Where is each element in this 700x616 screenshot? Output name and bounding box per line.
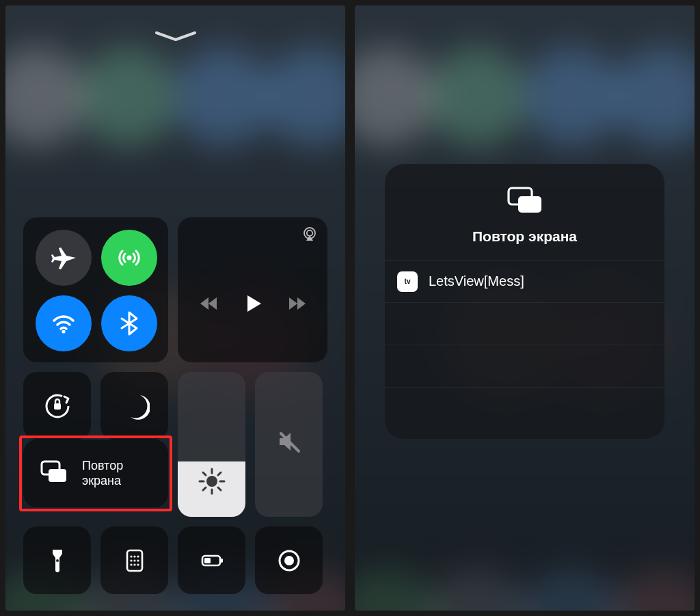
- wifi-toggle[interactable]: [36, 295, 92, 351]
- svg-point-23: [130, 559, 132, 561]
- screen-mirroring-picker: Повтор экрана tv LetsView[Mess]: [385, 164, 664, 439]
- screen-mirroring-label-1: Повтор: [82, 459, 123, 474]
- mute-icon: [275, 428, 303, 458]
- mirroring-device-row[interactable]: [385, 387, 664, 429]
- svg-rect-31: [204, 558, 211, 563]
- mirroring-device-name: LetsView[Mess]: [429, 273, 524, 289]
- svg-point-21: [133, 555, 135, 557]
- svg-point-27: [133, 563, 135, 565]
- screen-mirroring-icon: [38, 457, 70, 491]
- svg-line-14: [203, 487, 206, 490]
- mirroring-device-row[interactable]: [385, 302, 664, 345]
- svg-point-25: [137, 559, 139, 561]
- screen-mirroring-icon: [505, 186, 545, 217]
- svg-point-26: [130, 563, 132, 565]
- svg-line-11: [203, 472, 206, 475]
- low-power-mode-toggle[interactable]: [178, 526, 245, 594]
- svg-point-24: [133, 559, 135, 561]
- mirroring-device-row[interactable]: [385, 345, 664, 387]
- screen-mirroring-label-2: экрана: [82, 474, 123, 489]
- svg-line-13: [218, 472, 221, 475]
- play-icon[interactable]: [242, 293, 264, 317]
- svg-point-0: [127, 256, 132, 260]
- control-center-screen: Повтор экрана: [5, 5, 345, 611]
- airplay-audio-icon[interactable]: [301, 226, 318, 245]
- svg-point-3: [307, 230, 312, 236]
- calculator-button[interactable]: [100, 526, 168, 594]
- svg-point-1: [62, 330, 65, 333]
- volume-slider[interactable]: [255, 372, 323, 517]
- screen-record-button[interactable]: [255, 526, 323, 594]
- screen-mirroring-tile[interactable]: Повтор экрана: [23, 440, 168, 507]
- mirroring-device-row[interactable]: tv LetsView[Mess]: [385, 260, 664, 302]
- svg-point-6: [206, 476, 217, 487]
- screen-mirroring-picker-screen: Повтор экрана tv LetsView[Mess]: [355, 5, 695, 611]
- collapse-arrow-icon[interactable]: [154, 30, 198, 45]
- previous-track-icon[interactable]: [198, 293, 219, 317]
- svg-point-20: [130, 555, 132, 557]
- next-track-icon[interactable]: [287, 293, 308, 317]
- svg-line-12: [218, 487, 221, 490]
- cellular-toggle[interactable]: [101, 230, 157, 286]
- now-playing-module[interactable]: [178, 217, 327, 362]
- svg-rect-17: [49, 469, 66, 482]
- svg-rect-35: [518, 196, 541, 213]
- svg-point-33: [284, 556, 294, 565]
- bluetooth-toggle[interactable]: [101, 295, 157, 351]
- brightness-icon: [198, 468, 226, 498]
- do-not-disturb-toggle[interactable]: [100, 372, 168, 440]
- connectivity-module[interactable]: [23, 217, 168, 362]
- svg-point-18: [56, 559, 59, 562]
- svg-rect-5: [54, 403, 61, 410]
- flashlight-button[interactable]: [23, 526, 91, 594]
- airplane-mode-toggle[interactable]: [36, 230, 92, 286]
- svg-rect-30: [221, 559, 223, 563]
- svg-point-28: [137, 563, 139, 565]
- apple-tv-icon: tv: [397, 271, 418, 292]
- orientation-lock-toggle[interactable]: [23, 372, 91, 440]
- brightness-slider[interactable]: [178, 372, 245, 517]
- picker-title: Повтор экрана: [472, 228, 577, 245]
- svg-point-22: [137, 555, 139, 557]
